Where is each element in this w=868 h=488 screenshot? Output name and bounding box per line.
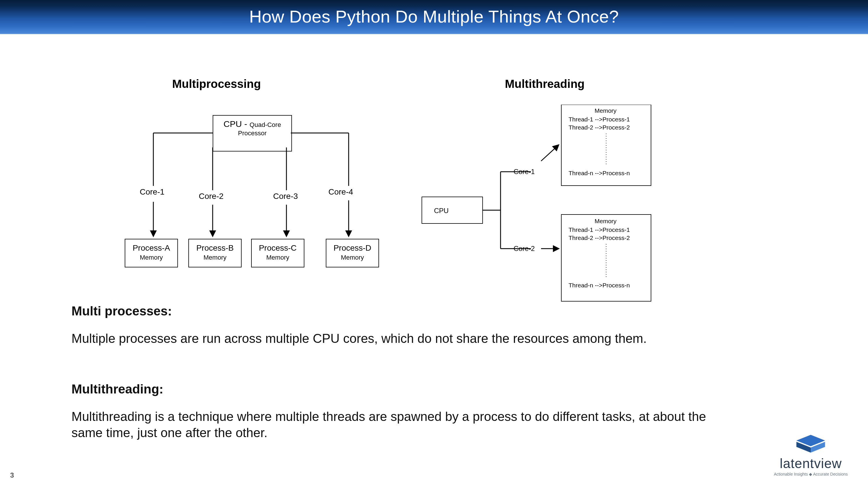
process-c-label: Process-C <box>252 243 304 253</box>
page-number: 3 <box>10 471 14 479</box>
memory-label: Memory <box>125 254 177 261</box>
multithreading-heading: Multithreading: <box>71 381 737 397</box>
slide-content: Multiprocessing Multithreading CPU - Qua… <box>0 34 868 488</box>
latentview-logo: latentview Actionable Insights ◆ Accurat… <box>774 434 848 477</box>
process-d-label: Process-D <box>327 243 378 253</box>
svg-text:Thread-1 -->Process-1: Thread-1 -->Process-1 <box>568 226 630 233</box>
multithreading-title: Multithreading <box>505 77 585 91</box>
process-c-box: Process-C Memory <box>251 239 304 267</box>
svg-text:Thread-1 -->Process-1: Thread-1 -->Process-1 <box>568 116 630 123</box>
memory-label: Memory <box>327 254 378 261</box>
svg-line-17 <box>541 145 558 161</box>
multiprocessing-title: Multiprocessing <box>172 77 261 91</box>
process-a-box: Process-A Memory <box>125 239 178 267</box>
logo-mark-icon <box>774 434 848 456</box>
multi-processes-heading: Multi processes: <box>71 303 737 319</box>
svg-text:Thread-n -->Process-n: Thread-n -->Process-n <box>568 170 630 176</box>
svg-text:Thread-2 -->Process-2: Thread-2 -->Process-2 <box>568 124 630 131</box>
multithreading-diagram: CPU Core-1 Core-2 Memory Thread-1 -->Pro… <box>416 105 657 307</box>
memory-label: Memory <box>252 254 304 261</box>
svg-text:Memory: Memory <box>595 107 617 114</box>
svg-text:Core-1: Core-1 <box>514 168 535 175</box>
process-b-label: Process-B <box>189 243 241 253</box>
process-a-label: Process-A <box>125 243 177 253</box>
svg-text:Thread-n -->Process-n: Thread-n -->Process-n <box>568 282 630 289</box>
process-b-box: Process-B Memory <box>188 239 242 267</box>
svg-text:Core-2: Core-2 <box>514 245 535 252</box>
logo-tagline: Actionable Insights ◆ Accurate Decisions <box>774 472 848 477</box>
process-d-box: Process-D Memory <box>326 239 379 267</box>
logo-wordmark: latentview <box>774 456 848 471</box>
multi-processes-paragraph: Multiple processes are run across multip… <box>71 330 737 347</box>
svg-text:Thread-2 -->Process-2: Thread-2 -->Process-2 <box>568 234 630 241</box>
mt-cpu-label: CPU <box>434 207 449 215</box>
multiprocessing-connectors <box>124 115 385 239</box>
svg-rect-10 <box>422 197 483 224</box>
multithreading-paragraph: Multithreading is a technique where mult… <box>71 409 737 441</box>
slide-title: How Does Python Do Multiple Things At On… <box>249 7 619 27</box>
memory-label: Memory <box>189 254 241 261</box>
svg-text:Memory: Memory <box>595 218 617 224</box>
slide-header: How Does Python Do Multiple Things At On… <box>0 0 868 34</box>
